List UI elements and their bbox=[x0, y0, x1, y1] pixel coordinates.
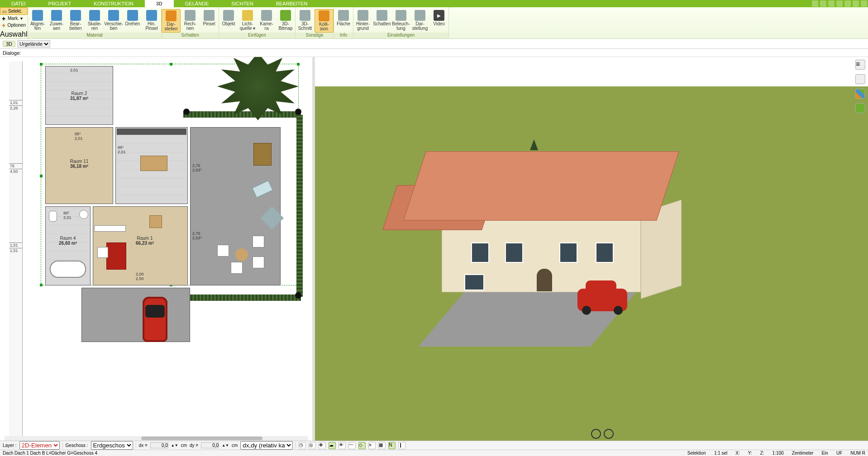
tab-gelaende[interactable]: GELÄNDE bbox=[174, 0, 220, 7]
layer-select[interactable]: 2D-Elemen bbox=[19, 441, 60, 450]
snap-clock-icon[interactable]: ◷ bbox=[299, 442, 306, 449]
edit-icon bbox=[70, 10, 81, 21]
washer-icon bbox=[97, 247, 108, 258]
options-button[interactable]: ✚Optionen bbox=[0, 22, 28, 28]
lichtquelle-button[interactable]: Licht- quelle ▾ bbox=[238, 9, 257, 32]
verschieben-button[interactable]: Verschie- ben bbox=[104, 9, 123, 32]
chair-icon[interactable] bbox=[855, 74, 865, 84]
dim-terr-1: 2,762,63⁵ bbox=[192, 163, 202, 172]
layers-icon[interactable]: ≡ bbox=[855, 60, 865, 70]
assign-icon bbox=[51, 10, 62, 21]
snap-eye-icon[interactable]: 👁 bbox=[339, 442, 346, 449]
ribbon-group-info-label: Info bbox=[334, 33, 353, 38]
collision-icon bbox=[319, 10, 329, 21]
ribbon-group-auswahl-label: Auswahl bbox=[0, 30, 28, 38]
ribbon-group-info: Fläche Info bbox=[334, 7, 353, 38]
dialog-bar: Dialoge: bbox=[0, 49, 868, 57]
objekt-button[interactable]: Objekt bbox=[219, 9, 238, 27]
kamera-button[interactable]: Kame- ra bbox=[257, 9, 276, 32]
snap-arrows-icon[interactable]: ✥ bbox=[319, 442, 326, 449]
vertical-ruler: 1,01 2,26 75 4,50 1,51 1,51 bbox=[9, 62, 23, 437]
beleuchtung-button[interactable]: Beleuch- tung bbox=[391, 9, 410, 32]
layer-label: Layer : bbox=[3, 443, 17, 448]
flaeche-button[interactable]: Fläche bbox=[334, 9, 353, 27]
hintergrund-button[interactable]: Hinter- grund bbox=[353, 9, 372, 32]
drehen-button[interactable]: Drehen bbox=[123, 9, 142, 27]
context-select[interactable]: Urgelände bbox=[17, 40, 50, 48]
snap-cloud-icon[interactable]: ☁ bbox=[329, 442, 336, 449]
question-icon[interactable] bbox=[836, 0, 843, 7]
window-minimize-icon[interactable] bbox=[844, 0, 851, 7]
tab-3d[interactable]: 3D bbox=[145, 0, 174, 7]
dim-r1-bot: 2,002,50 bbox=[136, 272, 144, 281]
seating-group-icon bbox=[217, 236, 267, 272]
kollision-button[interactable]: Kolli- sion bbox=[315, 9, 334, 33]
snap-n-icon[interactable]: N bbox=[388, 442, 396, 449]
snap-diamond-icon[interactable]: ◇ bbox=[358, 442, 366, 449]
dialog-label: Dialoge: bbox=[3, 50, 21, 56]
scale-icon bbox=[89, 10, 100, 21]
armchair-icon bbox=[149, 215, 162, 228]
snap-lines-icon[interactable]: ≡ bbox=[368, 442, 376, 449]
dy-label: dy = bbox=[190, 443, 198, 448]
tab-projekt[interactable]: PROJEKT bbox=[37, 0, 83, 7]
ribbon-group-einstellungen: Hinter- grund Schatten Beleuch- tung Dar… bbox=[353, 7, 449, 38]
abgreifen-button[interactable]: Abgrei- fen bbox=[28, 9, 47, 32]
darstellung-button[interactable]: Dar- stellung bbox=[410, 9, 429, 32]
sky-background bbox=[315, 57, 868, 86]
dy-input[interactable] bbox=[201, 442, 219, 448]
pinsel-button[interactable]: Pinsel bbox=[200, 9, 219, 27]
room-2-label: Raum 231,87 m² bbox=[59, 91, 100, 101]
settings-icon[interactable] bbox=[820, 0, 826, 7]
dim-r4: 88⁵2,01 bbox=[63, 211, 72, 220]
snap-grid-icon[interactable]: ▦ bbox=[378, 442, 386, 449]
roof-tree-icon bbox=[530, 139, 538, 150]
snap-wave-icon[interactable]: 〰 bbox=[348, 442, 356, 449]
window-close-icon[interactable] bbox=[861, 0, 867, 7]
select-button[interactable]: ▭Selekt. bbox=[0, 7, 28, 15]
tab-bearbeiten[interactable]: BEARBEITEN bbox=[265, 0, 319, 7]
hinpinsel-button[interactable]: Hin. Pinsel bbox=[142, 9, 161, 32]
dx-input[interactable] bbox=[150, 442, 168, 448]
darstellen-button[interactable]: Dar- stellen bbox=[162, 9, 181, 33]
object-icon bbox=[223, 10, 234, 21]
floor-select[interactable]: Erdgeschos bbox=[91, 441, 133, 450]
move-icon bbox=[108, 10, 119, 21]
3d-viewport[interactable]: ≡ bbox=[315, 57, 868, 442]
tab-datei[interactable]: DATEI bbox=[0, 0, 37, 7]
3d-bitmap-button[interactable]: 3D- Bitmap bbox=[276, 9, 295, 32]
3d-schnitt-button[interactable]: 3D- Schnitt bbox=[296, 9, 315, 32]
dim-r3: 88⁵2,01 bbox=[118, 145, 126, 154]
shadow-calc-icon bbox=[185, 10, 196, 21]
floorplan-scrollbar[interactable] bbox=[5, 436, 308, 441]
status-unit: Zentimeter bbox=[792, 451, 814, 456]
post-tl bbox=[183, 109, 190, 115]
hedge-top bbox=[183, 111, 301, 118]
rechnen-button[interactable]: Rech- nen bbox=[181, 9, 200, 32]
info-icon[interactable] bbox=[828, 0, 835, 7]
coord-mode-select[interactable]: dx,dy (relativ ka bbox=[240, 441, 293, 450]
bearbeiten-button[interactable]: Bear- beiten bbox=[66, 9, 85, 32]
snap-stop-icon[interactable]: ❙ bbox=[398, 442, 405, 449]
palette-icon[interactable] bbox=[855, 89, 865, 99]
camera-icon bbox=[261, 10, 272, 21]
window-maximize-icon[interactable] bbox=[853, 0, 859, 7]
tab-sichten[interactable]: SICHTEN bbox=[220, 0, 264, 7]
view-side-toolbar: ≡ bbox=[855, 60, 866, 118]
sofa-icon bbox=[106, 242, 126, 270]
snap-target-icon[interactable]: ◎ bbox=[309, 442, 316, 449]
mark-icon: ✚ bbox=[2, 16, 6, 21]
mark-button[interactable]: ✚Mark. ▾ bbox=[0, 15, 28, 22]
zuweisen-button[interactable]: Zuwei- sen bbox=[47, 9, 66, 32]
schatten-settings-button[interactable]: Schatten bbox=[372, 9, 391, 27]
help-icon[interactable] bbox=[812, 0, 818, 7]
video-button[interactable]: ▶Video bbox=[429, 9, 448, 27]
bottom-toolbar: Layer : 2D-Elemen Geschoss : Erdgeschos … bbox=[0, 441, 868, 450]
skalieren-button[interactable]: Skalie- ren bbox=[85, 9, 104, 32]
floorplan-viewport[interactable]: 1,01 2,26 75 4,50 1,51 1,51 Raum 231,87 … bbox=[0, 57, 312, 442]
tab-konstruktion[interactable]: KONSTRUKTION bbox=[82, 0, 144, 7]
tree-tool-icon[interactable] bbox=[855, 103, 865, 113]
status-uf: UF bbox=[836, 451, 842, 456]
outdoor-table-icon bbox=[253, 143, 272, 166]
lighting-icon bbox=[396, 10, 406, 21]
